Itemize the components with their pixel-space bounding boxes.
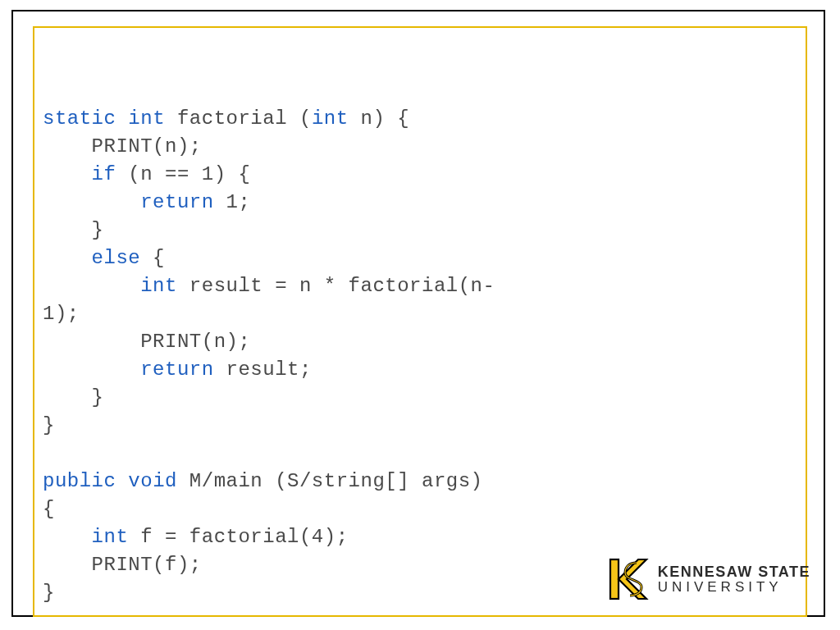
logo-line2: UNIVERSITY — [658, 580, 810, 595]
logo-line1: KENNESAW STATE — [658, 564, 810, 580]
keyword: public — [43, 470, 116, 492]
keyword: void — [128, 470, 177, 492]
code-text — [116, 107, 128, 130]
code-text — [116, 470, 128, 492]
code-text: PRINT(n); — [43, 135, 202, 158]
ksu-monogram-icon — [605, 556, 650, 602]
code-text: result; — [214, 358, 312, 381]
code-text: n) { — [349, 107, 410, 130]
code-text: PRINT(n); — [43, 331, 250, 353]
keyword: int — [92, 526, 129, 548]
code-text: } — [43, 582, 55, 604]
code-text: } — [43, 414, 55, 436]
keyword: else — [92, 247, 141, 269]
code-text: 1); — [43, 303, 80, 325]
keyword: int — [312, 107, 349, 130]
code-block: static int factorial (int n) { PRINT(n);… — [43, 105, 495, 607]
code-text: PRINT(f); — [43, 554, 202, 576]
keyword: static — [43, 107, 116, 130]
code-text: result = n * factorial(n- — [177, 275, 495, 297]
code-text: 1; — [214, 191, 251, 213]
code-text: } — [43, 219, 104, 241]
code-text: (n == 1) { — [116, 163, 250, 185]
keyword: if — [92, 163, 116, 185]
code-text: f = factorial(4); — [128, 526, 348, 548]
code-text — [43, 191, 140, 213]
logo-text: KENNESAW STATE UNIVERSITY — [658, 564, 810, 595]
keyword: int — [128, 107, 165, 130]
code-text — [43, 358, 140, 381]
university-logo: KENNESAW STATE UNIVERSITY — [605, 556, 810, 602]
code-text: { — [43, 498, 55, 520]
keyword: return — [140, 358, 213, 381]
code-text — [43, 163, 92, 185]
code-text — [43, 275, 140, 297]
code-text: M/main (S/string[] args) — [177, 470, 483, 492]
code-text: { — [140, 247, 165, 269]
code-text: factorial ( — [165, 107, 312, 130]
keyword: int — [140, 275, 177, 297]
code-text — [43, 247, 92, 269]
code-text — [43, 526, 92, 548]
keyword: return — [140, 191, 213, 213]
code-text: } — [43, 386, 104, 409]
